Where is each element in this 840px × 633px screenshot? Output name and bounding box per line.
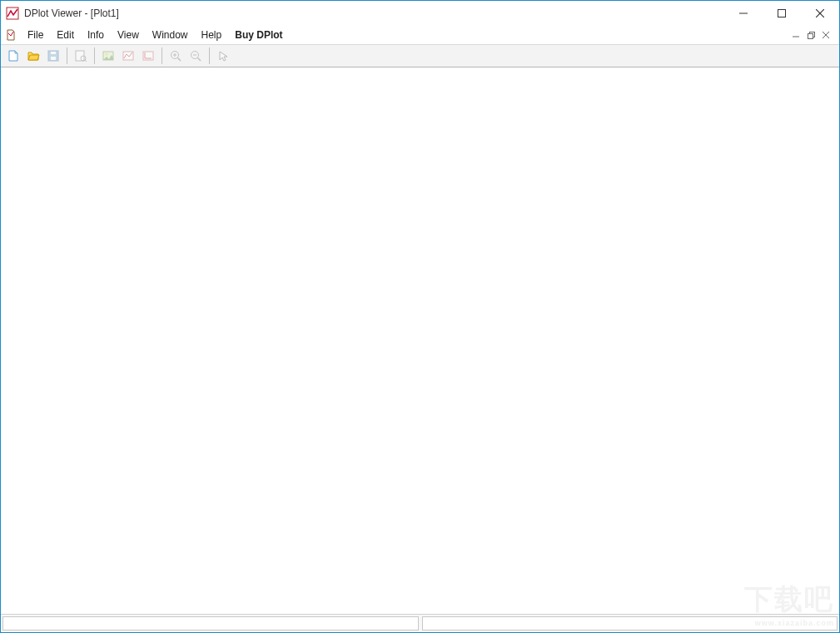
svg-line-15 [85,60,87,62]
app-window: DPlot Viewer - [Plot1] File Edit Info Vi… [0,0,840,633]
close-icon [823,32,829,38]
toolbar [1,44,839,67]
new-file-icon [7,49,20,62]
toolbar-data-button[interactable] [119,47,137,65]
close-icon [816,9,824,17]
minimize-icon [739,9,748,17]
svg-line-27 [198,58,201,62]
mdi-controls [789,28,836,42]
toolbar-open-button[interactable] [24,47,42,65]
zoom-out-icon [189,49,202,62]
picture-icon [102,49,115,62]
menu-edit[interactable]: Edit [50,27,81,42]
cursor-icon [216,49,230,62]
toolbar-separator [67,47,67,64]
minimize-button[interactable] [724,1,763,26]
toolbar-print-preview-button[interactable] [72,47,90,65]
svg-point-17 [106,53,108,56]
print-preview-icon [74,49,87,62]
mdi-close-button[interactable] [819,28,833,42]
menu-help[interactable]: Help [195,27,229,42]
status-left-pane [2,616,419,631]
menu-window[interactable]: Window [146,27,195,42]
svg-rect-12 [51,52,56,54]
menu-bar: File Edit Info View Window Help Buy DPlo… [1,26,839,44]
data-icon [122,49,135,62]
toolbar-zoom-in-button[interactable] [167,47,185,65]
zoom-in-icon [169,49,182,62]
maximize-button[interactable] [763,1,801,26]
maximize-icon [778,9,786,17]
toolbar-separator [162,47,162,64]
title-bar: DPlot Viewer - [Plot1] [1,1,839,26]
status-bar [1,614,839,632]
toolbar-zoom-out-button[interactable] [186,47,205,65]
restore-icon [808,32,815,39]
axes-icon [142,49,155,62]
toolbar-manual-scale-button[interactable] [139,47,157,65]
menu-info[interactable]: Info [81,27,111,42]
mdi-minimize-button[interactable] [789,28,803,42]
window-title: DPlot Viewer - [Plot1] [24,7,119,19]
save-icon [47,49,60,62]
menu-file[interactable]: File [21,27,50,42]
menu-view[interactable]: View [111,27,146,42]
plot-area[interactable] [2,68,838,613]
window-controls [724,1,839,26]
svg-rect-11 [51,57,56,60]
mdi-restore-button[interactable] [804,28,818,42]
toolbar-new-button[interactable] [4,47,22,65]
minimize-icon [793,32,799,38]
toolbar-separator [94,47,95,64]
svg-rect-2 [778,10,786,17]
open-folder-icon [27,49,40,62]
close-button[interactable] [801,1,839,26]
document-icon [4,28,17,42]
app-icon [6,7,19,20]
toolbar-cursor-button[interactable] [214,47,232,65]
status-right-pane [422,616,838,631]
toolbar-separator [209,47,210,64]
svg-rect-7 [808,33,813,38]
menu-buy-dplot[interactable]: Buy DPlot [228,27,289,42]
toolbar-save-button[interactable] [44,47,62,65]
toolbar-bitmap-button[interactable] [99,47,117,65]
svg-line-23 [178,58,181,62]
